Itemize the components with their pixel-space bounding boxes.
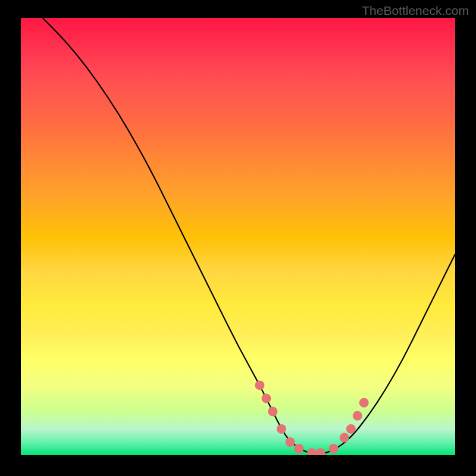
- marker-point: [346, 424, 356, 434]
- marker-point: [255, 380, 265, 390]
- bottleneck-curve: [43, 18, 456, 454]
- marker-point: [340, 433, 349, 443]
- marker-point: [294, 444, 303, 453]
- plot-area: [21, 18, 455, 455]
- marker-point: [329, 444, 339, 453]
- marker-point: [268, 407, 277, 416]
- chart-svg: [21, 18, 455, 455]
- marker-point: [307, 448, 317, 455]
- marker-point: [277, 424, 286, 434]
- marker-point: [316, 448, 325, 455]
- watermark-text: TheBottleneck.com: [362, 4, 469, 18]
- marker-point: [286, 437, 295, 447]
- marker-points: [255, 380, 369, 455]
- marker-point: [359, 398, 369, 408]
- marker-point: [353, 411, 362, 421]
- marker-point: [261, 393, 271, 403]
